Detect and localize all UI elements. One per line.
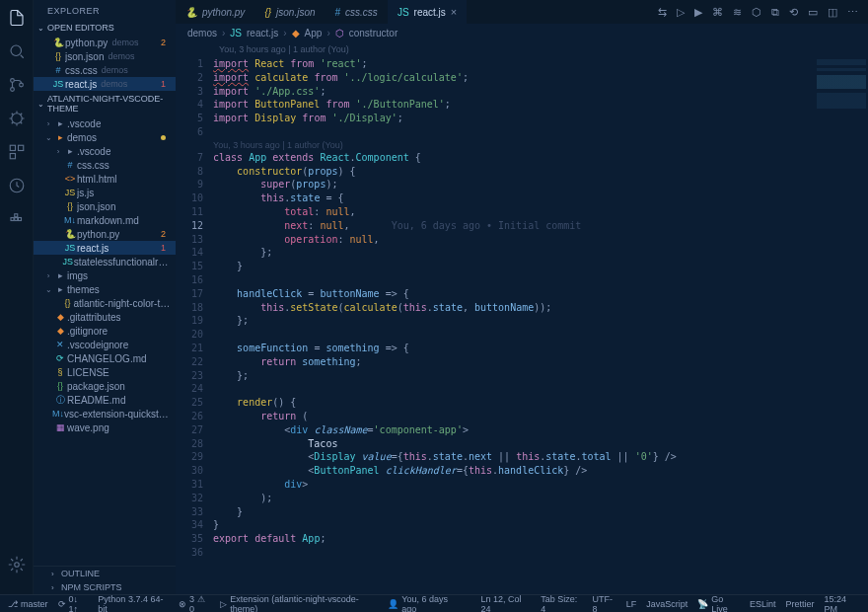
play-icon[interactable]: ▶ <box>694 6 702 19</box>
cube-icon[interactable]: ⬡ <box>752 6 761 19</box>
file-item[interactable]: M↓markdown.md <box>34 213 176 227</box>
code-line[interactable]: return something; <box>213 355 868 369</box>
file-item[interactable]: <>html.html <box>34 172 176 186</box>
code-line[interactable]: super(props); <box>213 178 868 191</box>
code-line[interactable]: import React from 'react'; <box>213 57 868 71</box>
code-line[interactable]: return ( <box>213 410 868 423</box>
code-line[interactable]: import './App.css'; <box>213 85 868 99</box>
code-line[interactable]: operation: null, <box>213 233 868 247</box>
code-line[interactable]: import ButtonPanel from './ButtonPanel'; <box>213 98 868 112</box>
prettier-status[interactable]: Prettier <box>785 599 814 609</box>
settings-icon[interactable] <box>7 555 27 574</box>
code-line[interactable]: }; <box>213 246 868 260</box>
code-line[interactable]: import calculate from '../logic/calculat… <box>213 71 868 85</box>
code-line[interactable] <box>213 382 868 396</box>
code-line[interactable]: render() { <box>213 396 868 410</box>
file-item[interactable]: {}atlantic-night-color-them… <box>34 296 176 310</box>
file-item[interactable]: JSjs.js <box>34 186 176 199</box>
open-editor-item[interactable]: JSreact.jsdemos1 <box>34 77 176 91</box>
code-line[interactable]: this.state = { <box>213 191 868 205</box>
file-item[interactable]: {}package.json <box>34 379 176 393</box>
editor-tab[interactable]: 🐍python.py <box>176 0 254 24</box>
code-line[interactable]: next: null, You, 6 days ago • Initial co… <box>213 219 868 233</box>
encoding[interactable]: UTF-8 <box>592 594 615 613</box>
file-item[interactable]: JSreact.js1 <box>34 241 176 255</box>
code-line[interactable]: handleClick = buttonName => { <box>213 287 868 301</box>
files-icon[interactable] <box>7 8 27 28</box>
open-editor-item[interactable]: {}json.jsondemos <box>34 49 176 63</box>
code-line[interactable] <box>213 328 868 342</box>
file-item[interactable]: §LICENSE <box>34 365 176 379</box>
code-line[interactable] <box>213 546 868 560</box>
file-item[interactable]: {}json.json <box>34 199 176 213</box>
test-icon[interactable] <box>7 176 27 195</box>
file-item[interactable]: ⟳CHANGELOG.md <box>34 351 176 365</box>
eslint-status[interactable]: ESLint <box>750 599 776 609</box>
split-icon[interactable]: ◫ <box>828 6 837 19</box>
file-item[interactable]: M↓vsc-extension-quickstart.md <box>34 407 176 421</box>
outline-section[interactable]: › OUTLINE <box>34 567 176 580</box>
file-item[interactable]: ◆.gitattributes <box>34 310 176 324</box>
code-line[interactable]: div> <box>213 478 868 492</box>
file-item[interactable]: 🐍python.py2 <box>34 227 176 241</box>
tab-size[interactable]: Tab Size: 4 <box>541 594 582 613</box>
language-mode[interactable]: JavaScript <box>646 599 687 609</box>
code-line[interactable]: someFunction = something => { <box>213 342 868 355</box>
code-area[interactable]: 1234567891011121314151617181920212223242… <box>176 57 868 594</box>
code-line[interactable]: export default App; <box>213 532 868 546</box>
code-line[interactable]: <Display value={this.state.next || this.… <box>213 450 868 464</box>
folder-item[interactable]: ⌄▸themes <box>34 282 176 296</box>
blame-status[interactable]: 👤You, 6 days ago <box>388 594 461 613</box>
debug-target[interactable]: ▷Extension (atlantic-night-vscode-theme) <box>220 594 378 613</box>
code-line[interactable]: } <box>213 260 868 273</box>
code-line[interactable]: Tacos <box>213 437 868 451</box>
code-line[interactable]: total: null, <box>213 205 868 219</box>
code-line[interactable]: import Display from './Display'; <box>213 112 868 125</box>
compare-icon[interactable]: ⇆ <box>658 6 667 19</box>
docker-icon[interactable] <box>7 209 27 229</box>
rect-icon[interactable]: ▭ <box>808 6 818 19</box>
problems[interactable]: ⊗3 ⚠ 0 <box>179 594 210 613</box>
run-icon[interactable]: ▷ <box>677 6 685 19</box>
debug-icon[interactable] <box>7 109 27 128</box>
file-item[interactable]: ◆.gitignore <box>34 324 176 338</box>
git-branch[interactable]: ⎇master <box>8 599 48 609</box>
eol[interactable]: LF <box>626 599 637 609</box>
code-line[interactable] <box>213 125 868 139</box>
more-icon[interactable]: ⋯ <box>847 6 858 19</box>
file-item[interactable]: ▦wave.png <box>34 421 176 434</box>
project-section[interactable]: ⌄ ATLANTIC-NIGHT-VSCODE-THEME <box>34 91 176 116</box>
code-line[interactable]: <ButtonPanel clickHandler={this.handleCl… <box>213 464 868 478</box>
code-line[interactable]: } <box>213 518 868 532</box>
git-sync[interactable]: ⟳0↓ 1↑ <box>58 594 89 613</box>
folder-item[interactable]: ›▸imgs <box>34 268 176 282</box>
code-line[interactable]: constructor(props) { <box>213 165 868 179</box>
file-item[interactable]: #css.css <box>34 158 176 172</box>
grid-icon[interactable]: ⌘ <box>712 6 723 19</box>
editor-tab[interactable]: JSreact.js× <box>388 0 467 24</box>
code-line[interactable]: this.setState(calculate(this.state, butt… <box>213 301 868 315</box>
code-line[interactable]: }; <box>213 369 868 383</box>
code-content[interactable]: import React from 'react';import calcula… <box>213 57 868 594</box>
go-live[interactable]: 📡Go Live <box>697 594 740 613</box>
folder-item[interactable]: ›▸.vscode <box>34 116 176 130</box>
breadcrumb[interactable]: demos › JS react.js › ◆ App › ⬡ construc… <box>176 24 868 41</box>
file-item[interactable]: ⓘREADME.md <box>34 393 176 407</box>
close-icon[interactable]: × <box>451 6 457 18</box>
minimap[interactable] <box>817 59 866 118</box>
code-line[interactable]: ); <box>213 492 868 505</box>
refresh-icon[interactable]: ⟲ <box>789 6 798 19</box>
code-line[interactable] <box>213 273 868 287</box>
extensions-icon[interactable] <box>7 142 27 162</box>
open-editors-section[interactable]: ⌄ OPEN EDITORS <box>34 20 176 36</box>
open-editor-item[interactable]: #css.cssdemos <box>34 63 176 77</box>
search-icon[interactable] <box>7 41 27 61</box>
editor-tab[interactable]: #css.css <box>326 0 388 24</box>
source-control-icon[interactable] <box>7 75 27 95</box>
file-item[interactable]: JSstatelessfunctionalreact.js <box>34 255 176 268</box>
code-line[interactable]: }; <box>213 314 868 328</box>
code-line[interactable]: <div className='component-app'> <box>213 423 868 437</box>
link-icon[interactable]: ⧉ <box>771 6 779 19</box>
code-line[interactable]: class App extends React.Component { <box>213 151 868 165</box>
file-item[interactable]: ✕.vscodeignore <box>34 338 176 351</box>
